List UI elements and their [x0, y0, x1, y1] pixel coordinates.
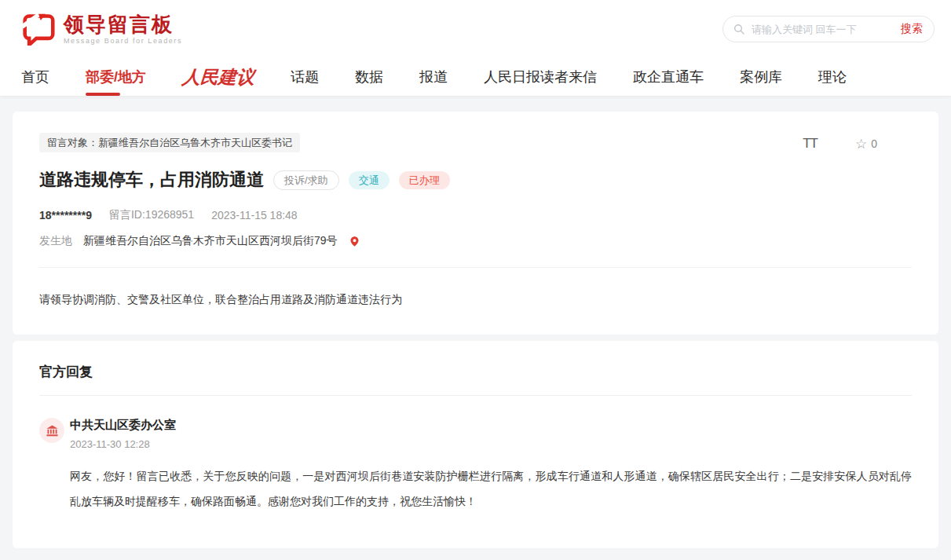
logo-subtitle: Message Board for Leaders	[64, 37, 182, 45]
location-label: 发生地	[39, 234, 72, 248]
message-divider	[39, 267, 912, 268]
favorite-count: 0	[871, 137, 877, 150]
nav-item-reports[interactable]: 报道	[419, 58, 448, 96]
message-target-tag: 留言对象：新疆维吾尔自治区乌鲁木齐市天山区委书记	[39, 133, 300, 152]
message-meta-row: 18********9 留言ID:19268951 2023-11-15 18:…	[39, 208, 912, 222]
tag-complaint-help: 投诉/求助	[273, 170, 339, 190]
logo-speech-bubble-icon	[21, 13, 56, 46]
nav-item-theory[interactable]: 理论	[818, 58, 847, 96]
main-content: 留言对象：新疆维吾尔自治区乌鲁木齐市天山区委书记 TT ☆ 0 道路违规停车，占…	[0, 97, 951, 548]
search-icon	[733, 23, 745, 35]
reply-datetime: 2023-11-30 12:28	[70, 438, 912, 450]
message-content: 请领导协调消防、交警及社区单位，联合整治占用道路及消防通道违法行为	[39, 291, 912, 308]
nav-item-gov-enterprise-line[interactable]: 政企直通车	[633, 58, 704, 96]
government-building-icon	[46, 424, 59, 437]
message-title-row: 道路违规停车，占用消防通道 投诉/求助 交通 已办理	[39, 168, 912, 192]
message-user: 18********9	[39, 209, 92, 221]
favorite-button[interactable]: ☆ 0	[855, 137, 877, 151]
nav-item-readers-letters[interactable]: 人民日报读者来信	[484, 58, 597, 96]
search-button[interactable]: 搜索	[901, 22, 923, 36]
location-pin-icon	[349, 236, 360, 247]
message-datetime: 2023-11-15 18:48	[211, 209, 298, 221]
official-reply-title: 官方回复	[39, 363, 912, 381]
tag-traffic: 交通	[349, 171, 390, 189]
reply-body: 中共天山区委办公室 2023-11-30 12:28 网友，您好！留言已收悉，关…	[70, 416, 912, 514]
font-size-icon[interactable]: TT	[803, 136, 817, 152]
search-box: 搜索	[722, 16, 935, 42]
reply-content: 网友，您好！留言已收悉，关于您反映的问题，一是对西河坝后街巷道安装防护栅栏进行隔…	[70, 463, 912, 514]
nav-item-data[interactable]: 数据	[355, 58, 383, 96]
nav-item-topics[interactable]: 话题	[291, 58, 319, 96]
reply-author: 中共天山区委办公室	[70, 416, 912, 433]
page: 领导留言板 Message Board for Leaders 搜索 首页 部委…	[0, 0, 951, 548]
header: 领导留言板 Message Board for Leaders 搜索	[0, 0, 951, 58]
message-location-row: 发生地 新疆维吾尔自治区乌鲁木齐市天山区西河坝后街79号	[39, 234, 912, 248]
logo-text: 领导留言板 Message Board for Leaders	[64, 13, 182, 46]
location-value: 新疆维吾尔自治区乌鲁木齐市天山区西河坝后街79号	[83, 234, 338, 248]
reply-item: 中共天山区委办公室 2023-11-30 12:28 网友，您好！留言已收悉，关…	[39, 416, 912, 514]
star-icon: ☆	[855, 137, 867, 151]
message-tools: TT ☆ 0	[803, 133, 912, 152]
nav-item-peoples-suggestions[interactable]: 人民建议	[181, 58, 255, 96]
tag-status-handled: 已办理	[399, 171, 450, 189]
site-logo[interactable]: 领导留言板 Message Board for Leaders	[21, 13, 182, 46]
official-reply-card: 官方回复 中共天山区委办公室 2023-11-30 12:28	[13, 341, 938, 548]
message-card: 留言对象：新疆维吾尔自治区乌鲁木齐市天山区委书记 TT ☆ 0 道路违规停车，占…	[13, 112, 938, 335]
message-id: 留言ID:19268951	[109, 208, 194, 222]
nav-item-ministries-regions[interactable]: 部委/地方	[86, 58, 146, 96]
government-office-avatar	[39, 418, 64, 443]
search-input[interactable]	[752, 24, 901, 35]
reply-divider	[39, 395, 912, 396]
logo-title: 领导留言板	[64, 13, 182, 36]
nav-item-home[interactable]: 首页	[21, 58, 49, 96]
message-card-top: 留言对象：新疆维吾尔自治区乌鲁木齐市天山区委书记 TT ☆ 0	[39, 133, 912, 152]
nav-item-case-library[interactable]: 案例库	[740, 58, 782, 96]
main-nav: 首页 部委/地方 人民建议 话题 数据 报道 人民日报读者来信 政企直通车 案例…	[0, 58, 951, 97]
message-title: 道路违规停车，占用消防通道	[39, 168, 264, 192]
